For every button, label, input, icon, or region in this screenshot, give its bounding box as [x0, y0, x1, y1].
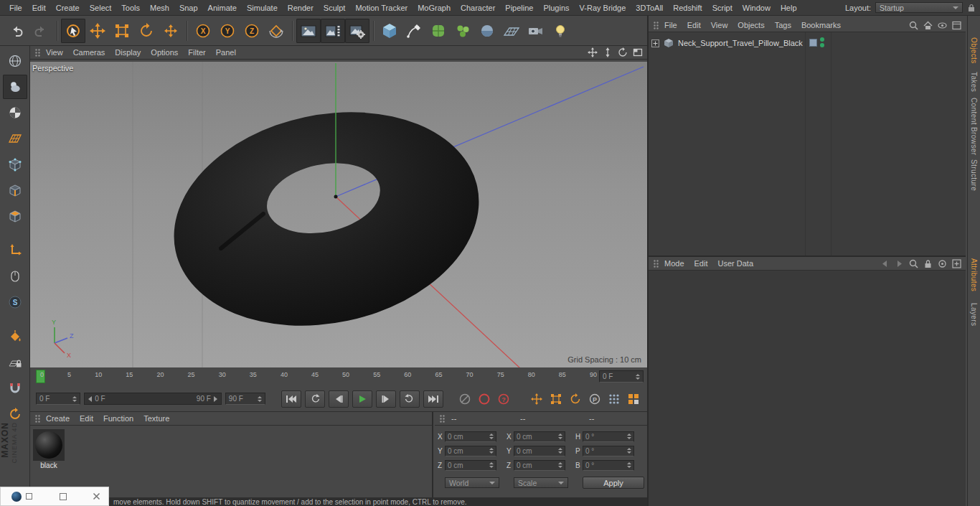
lock-x-axis-button[interactable]: X	[191, 19, 215, 43]
last-used-tool-button[interactable]	[159, 19, 183, 43]
vp-menu-filter[interactable]: Filter	[183, 48, 210, 57]
render-picture-viewer-button[interactable]	[321, 19, 345, 43]
keyframe-disabled-icon[interactable]	[457, 391, 473, 407]
object-tree[interactable]: Neck_Support_Travel_Pillow_Black	[649, 32, 966, 256]
paint-bucket-button[interactable]	[3, 324, 27, 349]
transform-mode-dropdown[interactable]: Scale	[514, 477, 568, 488]
sync-icon[interactable]	[938, 259, 947, 268]
tab-attributes[interactable]: Attributes	[970, 258, 978, 291]
menu-redshift[interactable]: Redshift	[668, 4, 707, 12]
deformer-button[interactable]	[475, 19, 499, 43]
menu-render[interactable]: Render	[283, 4, 319, 12]
rot-p-field[interactable]: 0 °	[583, 446, 634, 456]
visibility-dot-editor[interactable]	[820, 37, 824, 42]
timeline-frame-spinner[interactable]: 0 F	[599, 370, 644, 383]
panel-handle-icon[interactable]	[439, 414, 446, 423]
search-icon[interactable]	[909, 21, 918, 30]
history-forward-icon[interactable]	[895, 260, 904, 268]
materials-menu-create[interactable]: Create	[41, 414, 75, 423]
lock-z-axis-button[interactable]: Z	[240, 19, 264, 43]
om-menu-file[interactable]: File	[659, 21, 682, 29]
menu-simulate[interactable]: Simulate	[242, 4, 283, 12]
object-name[interactable]: Neck_Support_Travel_Pillow_Black	[678, 39, 803, 47]
points-mode-button[interactable]	[3, 152, 27, 177]
goto-start-button[interactable]	[281, 390, 301, 408]
menu-create[interactable]: Create	[51, 4, 85, 12]
l​ock-icon[interactable]	[923, 259, 933, 268]
coordinate-system-button[interactable]	[264, 19, 288, 43]
record-pla-button[interactable]	[606, 391, 622, 407]
rotation-header[interactable]: --	[589, 414, 594, 423]
overlay-app-icon[interactable]	[11, 492, 22, 502]
keyframe-selection-button[interactable]	[626, 391, 641, 407]
previous-key-button[interactable]	[305, 390, 325, 408]
scale-tool-button[interactable]	[110, 19, 134, 43]
menu-sculpt[interactable]: Sculpt	[319, 4, 351, 12]
new-panel-icon[interactable]	[952, 259, 961, 268]
menu-mograph[interactable]: MoGraph	[413, 4, 456, 12]
object-row[interactable]: Neck_Support_Travel_Pillow_Black	[651, 37, 803, 50]
texture-mode-button[interactable]	[3, 100, 27, 125]
redo-button[interactable]	[29, 19, 53, 43]
vp-menu-options[interactable]: Options	[146, 48, 183, 57]
subdivision-surface-button[interactable]	[426, 19, 451, 43]
materials-menu-function[interactable]: Function	[98, 414, 138, 423]
tab-structure[interactable]: Structure	[970, 159, 978, 191]
menu-motion-tracker[interactable]: Motion Tracker	[350, 4, 413, 12]
visibility-dot-render[interactable]	[820, 43, 824, 47]
om-menu-bookmarks[interactable]: Bookmarks	[796, 21, 846, 29]
apply-button[interactable]: Apply	[583, 477, 644, 489]
vp-menu-view[interactable]: View	[41, 48, 68, 57]
pos-z-field[interactable]: 0 cm	[445, 460, 496, 471]
menu-pipeline[interactable]: Pipeline	[500, 4, 538, 12]
menu-select[interactable]: Select	[85, 4, 117, 12]
workplane-mode-button[interactable]	[3, 126, 27, 151]
add-cube-button[interactable]	[377, 19, 402, 43]
current-frame-spinner[interactable]: 0 F	[36, 393, 80, 405]
overlay-maximize-icon[interactable]	[60, 493, 67, 500]
toggle-view-icon[interactable]	[633, 47, 643, 57]
menu-character[interactable]: Character	[456, 4, 500, 12]
mograph-cloner-button[interactable]	[451, 19, 475, 43]
panel-handle-icon[interactable]	[34, 48, 41, 57]
viewport-solo-button[interactable]: S	[3, 290, 27, 314]
goto-end-button[interactable]	[423, 390, 443, 408]
attribute-editor-area[interactable]	[649, 271, 966, 506]
next-key-button[interactable]	[400, 390, 420, 408]
model-mode-button[interactable]	[3, 75, 27, 99]
size-z-field[interactable]: 0 cm	[514, 460, 565, 471]
menu-plugins[interactable]: Plugins	[538, 4, 574, 12]
rotate-view-icon[interactable]	[618, 47, 628, 57]
om-menu-objects[interactable]: Objects	[732, 21, 769, 29]
eye-filter-icon[interactable]	[938, 21, 947, 30]
menu-mesh[interactable]: Mesh	[145, 4, 174, 12]
light-button[interactable]	[548, 19, 573, 43]
move-tool-button[interactable]	[85, 19, 110, 43]
layout-dropdown[interactable]: Startup	[875, 2, 963, 13]
menu-vray-bridge[interactable]: V-Ray Bridge	[575, 4, 631, 12]
search-icon[interactable]	[909, 259, 918, 268]
floor-environment-button[interactable]	[499, 19, 524, 43]
vp-menu-panel[interactable]: Panel	[211, 48, 241, 57]
workplane-lock-button[interactable]	[3, 350, 27, 375]
pan-view-icon[interactable]	[588, 47, 598, 57]
vp-menu-cameras[interactable]: Cameras	[68, 48, 110, 57]
enable-axis-button[interactable]	[3, 238, 27, 263]
menu-file[interactable]: File	[4, 4, 27, 12]
pos-x-field[interactable]: 0 cm	[445, 431, 496, 442]
tab-layers[interactable]: Layers	[970, 303, 978, 326]
material-name[interactable]: black	[33, 462, 65, 469]
overlay-window-icon[interactable]	[26, 493, 32, 500]
panel-menu-icon[interactable]	[952, 21, 961, 30]
overlay-close-icon[interactable]	[93, 492, 100, 500]
menu-3dtoall[interactable]: 3DToAll	[631, 4, 668, 12]
rot-h-field[interactable]: 0 °	[583, 431, 634, 442]
tab-takes[interactable]: Takes	[970, 72, 978, 92]
panel-handle-icon[interactable]	[653, 259, 659, 268]
timeline-ruler[interactable]: 051015202530354045505560657075808590 0 F	[30, 367, 647, 387]
layer-color-chip[interactable]	[809, 39, 817, 47]
tab-objects[interactable]: Objects	[970, 37, 978, 64]
record-rotation-button[interactable]	[567, 391, 583, 407]
am-menu-edit[interactable]: Edit	[689, 259, 713, 268]
size-header[interactable]: --	[520, 414, 589, 423]
